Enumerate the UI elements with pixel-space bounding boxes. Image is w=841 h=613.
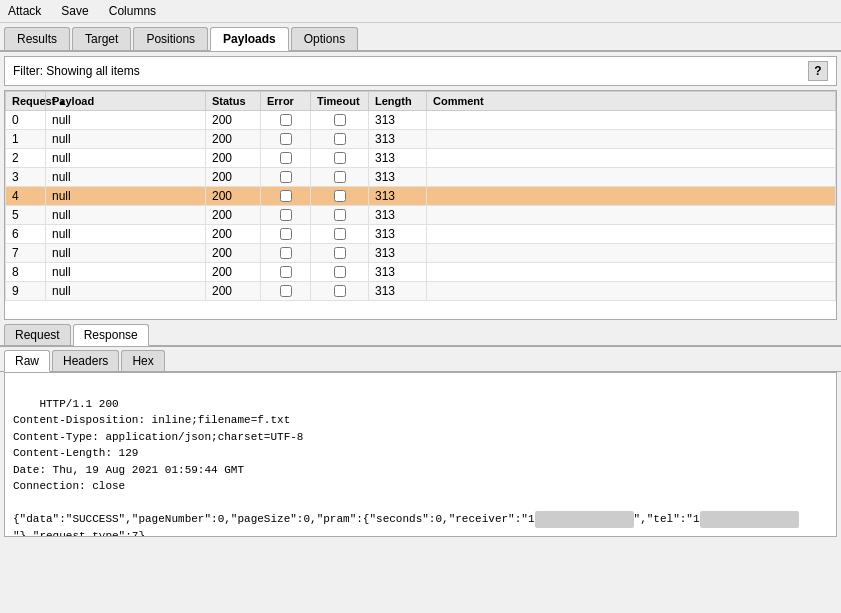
cell-payload: null — [46, 263, 206, 282]
cell-timeout — [311, 244, 369, 263]
cell-payload: null — [46, 168, 206, 187]
checkbox-timeout[interactable] — [334, 247, 346, 259]
cell-timeout — [311, 130, 369, 149]
cell-payload: null — [46, 130, 206, 149]
cell-payload: null — [46, 187, 206, 206]
tab-positions[interactable]: Positions — [133, 27, 208, 50]
col-header-comment[interactable]: Comment — [427, 92, 836, 111]
results-table-container: Request Payload Status Error Timeout Len… — [4, 90, 837, 320]
cell-length: 313 — [369, 149, 427, 168]
cell-timeout — [311, 149, 369, 168]
tab-response[interactable]: Response — [73, 324, 149, 346]
checkbox-timeout[interactable] — [334, 190, 346, 202]
filter-text: Filter: Showing all items — [13, 64, 804, 78]
checkbox-timeout[interactable] — [334, 285, 346, 297]
table-row[interactable]: 2null200313 — [6, 149, 836, 168]
menu-save[interactable]: Save — [57, 2, 92, 20]
checkbox-timeout[interactable] — [334, 152, 346, 164]
table-row[interactable]: 1null200313 — [6, 130, 836, 149]
checkbox-timeout[interactable] — [334, 133, 346, 145]
checkbox-timeout[interactable] — [334, 171, 346, 183]
tab-results[interactable]: Results — [4, 27, 70, 50]
col-header-error[interactable]: Error — [261, 92, 311, 111]
cell-error — [261, 225, 311, 244]
checkbox-timeout[interactable] — [334, 228, 346, 240]
checkbox-timeout[interactable] — [334, 114, 346, 126]
cell-timeout — [311, 187, 369, 206]
checkbox-error[interactable] — [280, 228, 292, 240]
checkbox-error[interactable] — [280, 190, 292, 202]
checkbox-error[interactable] — [280, 247, 292, 259]
cell-comment — [427, 263, 836, 282]
cell-timeout — [311, 206, 369, 225]
sub-tabs-row: Raw Headers Hex — [0, 347, 841, 372]
response-content: HTTP/1.1 200 Content-Disposition: inline… — [4, 372, 837, 537]
cell-timeout — [311, 225, 369, 244]
cell-length: 313 — [369, 130, 427, 149]
table-row[interactable]: 0null200313 — [6, 111, 836, 130]
table-row[interactable]: 9null200313 — [6, 282, 836, 301]
table-row[interactable]: 5null200313 — [6, 206, 836, 225]
tab-target[interactable]: Target — [72, 27, 131, 50]
table-row[interactable]: 8null200313 — [6, 263, 836, 282]
cell-length: 313 — [369, 263, 427, 282]
checkbox-error[interactable] — [280, 152, 292, 164]
cell-status: 200 — [206, 282, 261, 301]
cell-request: 3 — [6, 168, 46, 187]
response-text-mid: ","tel":"1 — [634, 513, 700, 525]
col-header-timeout[interactable]: Timeout — [311, 92, 369, 111]
table-row[interactable]: 7null200313 — [6, 244, 836, 263]
table-row[interactable]: 4null200313 — [6, 187, 836, 206]
response-text-pre: HTTP/1.1 200 Content-Disposition: inline… — [13, 398, 535, 526]
checkbox-timeout[interactable] — [334, 209, 346, 221]
cell-timeout — [311, 111, 369, 130]
menu-bar: Attack Save Columns — [0, 0, 841, 23]
cell-timeout — [311, 282, 369, 301]
col-header-payload[interactable]: Payload — [46, 92, 206, 111]
tab-payloads[interactable]: Payloads — [210, 27, 289, 51]
menu-attack[interactable]: Attack — [4, 2, 45, 20]
cell-request: 2 — [6, 149, 46, 168]
cell-status: 200 — [206, 263, 261, 282]
col-header-status[interactable]: Status — [206, 92, 261, 111]
cell-request: 0 — [6, 111, 46, 130]
checkbox-error[interactable] — [280, 133, 292, 145]
cell-error — [261, 244, 311, 263]
checkbox-error[interactable] — [280, 209, 292, 221]
checkbox-error[interactable] — [280, 171, 292, 183]
table-row[interactable]: 6null200313 — [6, 225, 836, 244]
cell-status: 200 — [206, 206, 261, 225]
checkbox-timeout[interactable] — [334, 266, 346, 278]
sub-tab-raw[interactable]: Raw — [4, 350, 50, 372]
cell-length: 313 — [369, 111, 427, 130]
cell-comment — [427, 206, 836, 225]
cell-status: 200 — [206, 130, 261, 149]
cell-status: 200 — [206, 187, 261, 206]
menu-columns[interactable]: Columns — [105, 2, 160, 20]
cell-error — [261, 149, 311, 168]
col-header-length[interactable]: Length — [369, 92, 427, 111]
cell-timeout — [311, 263, 369, 282]
cell-request: 6 — [6, 225, 46, 244]
sub-tab-hex[interactable]: Hex — [121, 350, 164, 371]
col-header-request[interactable]: Request — [6, 92, 46, 111]
cell-request: 4 — [6, 187, 46, 206]
filter-help-button[interactable]: ? — [808, 61, 828, 81]
cell-request: 9 — [6, 282, 46, 301]
tab-options[interactable]: Options — [291, 27, 358, 50]
tab-request[interactable]: Request — [4, 324, 71, 345]
cell-comment — [427, 187, 836, 206]
table-row[interactable]: 3null200313 — [6, 168, 836, 187]
checkbox-error[interactable] — [280, 266, 292, 278]
sub-tab-headers[interactable]: Headers — [52, 350, 119, 371]
table-header-row: Request Payload Status Error Timeout Len… — [6, 92, 836, 111]
cell-payload: null — [46, 111, 206, 130]
cell-request: 7 — [6, 244, 46, 263]
cell-payload: null — [46, 282, 206, 301]
checkbox-error[interactable] — [280, 285, 292, 297]
checkbox-error[interactable] — [280, 114, 292, 126]
cell-error — [261, 263, 311, 282]
cell-payload: null — [46, 225, 206, 244]
cell-payload: null — [46, 149, 206, 168]
req-res-tabs: Request Response — [0, 324, 841, 347]
